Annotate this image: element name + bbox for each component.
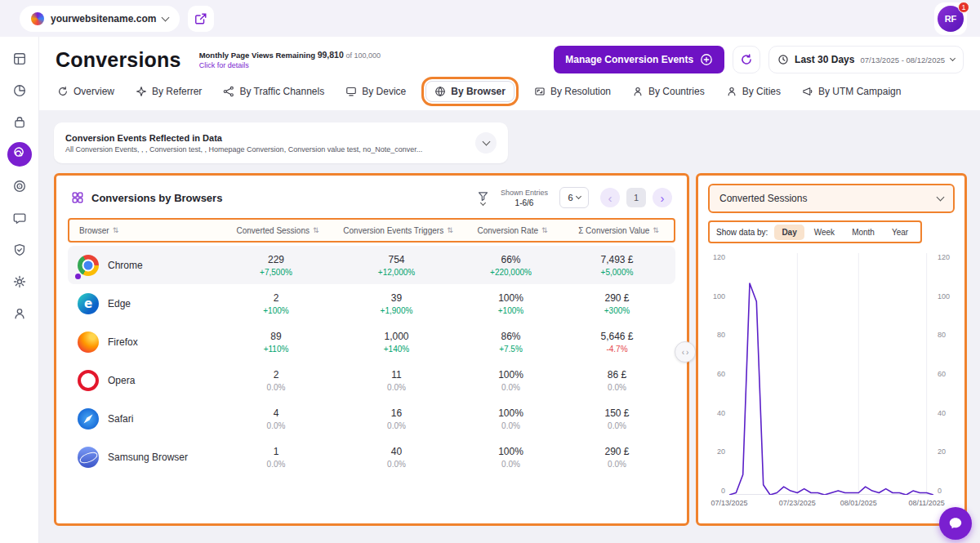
manage-button-label: Manage Conversion Events [565, 54, 693, 65]
cell-value: 150 £ [604, 407, 629, 419]
sidebar-item-pie-chart[interactable] [7, 78, 32, 103]
open-site-button[interactable] [188, 6, 214, 32]
sidebar-item-feedback[interactable] [7, 206, 32, 230]
column-header[interactable]: Conversion Events Triggers⇅ [335, 226, 461, 235]
tab-by-traffic-channels[interactable]: By Traffic Channels [221, 81, 326, 102]
current-page: 1 [626, 188, 646, 207]
cell-change: 0.0% [267, 383, 286, 392]
countries-icon [632, 86, 644, 97]
cell-change: -4.7% [606, 345, 627, 354]
user-menu[interactable]: RF 1 [934, 2, 967, 35]
tab-by-cities[interactable]: By Cities [724, 81, 782, 102]
chat-fab-button[interactable] [939, 507, 972, 540]
sidebar-item-conversions-spiral[interactable] [7, 142, 32, 167]
table-header-row: Browser⇅Converted Sessions⇅Conversion Ev… [68, 218, 675, 243]
y-tick-label: 40 [717, 409, 725, 417]
cell-value: 229 [268, 254, 284, 265]
cell-value: 11 [391, 369, 401, 381]
next-page-button[interactable]: › [653, 188, 672, 207]
sidebar-item-users[interactable] [7, 301, 32, 326]
date-range-picker[interactable]: Last 30 Days 07/13/2025 - 08/12/2025 [768, 46, 964, 73]
page-size-select[interactable]: 6 [559, 187, 589, 208]
tab-by-browser[interactable]: By Browser [425, 81, 514, 102]
quota-details-link[interactable]: Click for details [199, 61, 381, 69]
events-expand-button[interactable] [475, 132, 497, 154]
target-icon [12, 179, 27, 194]
conversions-table-card: Conversions by Browsers Shown Entries 1-… [54, 173, 689, 526]
external-link-icon [194, 12, 207, 25]
period-year[interactable]: Year [884, 225, 915, 240]
tab-label: By Countries [648, 86, 705, 97]
column-header[interactable]: Browser⇅ [69, 226, 220, 235]
page-title: Conversions [56, 48, 181, 72]
cell-change: 0.0% [501, 460, 520, 469]
bag-icon [12, 115, 27, 130]
metric-select[interactable]: Converted Sessions [708, 184, 955, 213]
tab-by-utm-campaign[interactable]: By UTM Campaign [800, 81, 902, 102]
filter-button[interactable] [477, 190, 489, 205]
tab-label: By Resolution [550, 86, 611, 97]
sort-icon: ⇅ [313, 226, 319, 234]
sort-icon: ⇅ [447, 226, 453, 234]
sidebar-item-gear[interactable] [7, 269, 32, 294]
cell-value: 89 [270, 331, 281, 342]
sidebar-item-bag[interactable] [7, 110, 32, 135]
cell-change: +7,500% [260, 268, 292, 277]
period-day[interactable]: Day [774, 225, 804, 240]
cell-value: 2 [274, 369, 279, 381]
cell-value: 290 £ [604, 292, 629, 304]
cell-change: +12,000% [378, 268, 415, 277]
cell-value: 100% [498, 446, 523, 457]
y-tick-label: 60 [717, 370, 725, 378]
tab-label: By Cities [742, 86, 781, 97]
manage-conversion-events-button[interactable]: Manage Conversion Events [554, 46, 724, 73]
utm-campaign-icon [802, 86, 813, 97]
sidebar-item-target[interactable] [7, 174, 32, 198]
y-tick-label: 120 [938, 253, 950, 261]
table-row[interactable]: Firefox89+110%1,000+140%86%+7.5%5,646 £-… [68, 323, 675, 361]
cell-change: 0.0% [387, 383, 406, 392]
sidebar-item-dashboard[interactable] [7, 47, 32, 71]
panel-resize-handle[interactable]: ‹› [675, 341, 696, 363]
date-range-value: 07/13/2025 - 08/12/2025 [860, 56, 945, 65]
sidebar-item-shield-check[interactable] [7, 238, 32, 262]
cell-value: 100% [498, 292, 523, 304]
prev-page-button[interactable]: ‹ [600, 188, 620, 207]
table-row[interactable]: Edge2+100%39+1,900%100%+100%290 £+300% [68, 284, 675, 323]
period-week[interactable]: Week [807, 225, 842, 240]
table-row[interactable]: Safari40.0%160.0%100%0.0%150 £0.0% [68, 399, 675, 438]
tab-overview[interactable]: Overview [56, 81, 116, 102]
overview-icon [57, 86, 69, 97]
tab-by-resolution[interactable]: By Resolution [532, 81, 612, 102]
cell-value: 66% [501, 254, 520, 265]
column-header[interactable]: Σ Conversion Value⇅ [564, 226, 674, 235]
table-row[interactable]: Samsung Browser10.0%400.0%100%0.0%290 £0… [68, 438, 675, 476]
cell-change: 0.0% [267, 421, 286, 430]
period-month[interactable]: Month [844, 225, 882, 240]
tab-label: By Browser [451, 86, 506, 97]
refresh-button[interactable] [733, 46, 760, 73]
tab-label: By Device [362, 86, 406, 97]
tab-by-referrer[interactable]: By Referrer [134, 81, 203, 102]
site-name: yourwebsitename.com [51, 13, 156, 24]
column-header[interactable]: Conversion Rate⇅ [461, 226, 564, 235]
chart-plot[interactable] [729, 253, 933, 495]
feedback-icon [12, 211, 27, 225]
cell-value: 290 £ [604, 446, 629, 457]
cell-change: +100% [498, 306, 523, 315]
tab-label: By Referrer [152, 86, 202, 97]
y-tick-label: 100 [938, 292, 950, 300]
cell-value: 86 £ [608, 369, 626, 381]
cell-change: +300% [604, 306, 630, 315]
tab-by-device[interactable]: By Device [344, 81, 408, 102]
table-row[interactable]: Chrome229+7,500%754+12,000%66%+220,000%7… [68, 246, 675, 284]
site-selector[interactable]: yourwebsitename.com [20, 6, 180, 32]
metric-select-value: Converted Sessions [719, 193, 807, 204]
opera-icon [78, 370, 99, 391]
table-row[interactable]: Opera20.0%110.0%100%0.0%86 £0.0% [68, 361, 675, 399]
device-icon [345, 86, 357, 97]
tab-by-countries[interactable]: By Countries [630, 81, 706, 102]
column-header[interactable]: Converted Sessions⇅ [220, 226, 335, 235]
resolution-icon [534, 86, 546, 97]
y-tick-label: 0 [938, 487, 942, 495]
